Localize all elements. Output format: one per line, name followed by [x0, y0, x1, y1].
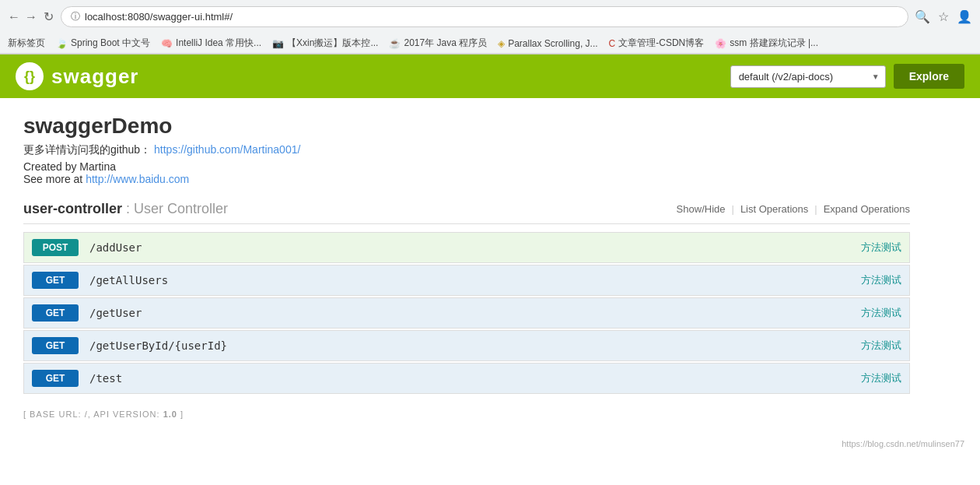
- api-note[interactable]: 方法测试: [861, 339, 901, 353]
- api-row[interactable]: GET/getUser方法测试: [23, 297, 910, 329]
- api-path: /addUser: [89, 241, 861, 254]
- swagger-logo: {} swagger: [16, 62, 139, 90]
- lock-icon: ⓘ: [71, 10, 80, 23]
- csdn-icon: C: [609, 38, 616, 49]
- bookmark-ssm[interactable]: 🌸 ssm 搭建踩坑记录 |...: [715, 37, 818, 50]
- bookmarks-bar: 新标签页 🍃 Spring Boot 中文号 🧠 IntelliJ Idea 常…: [0, 33, 980, 54]
- method-badge: POST: [32, 239, 79, 256]
- api-note[interactable]: 方法测试: [861, 306, 901, 320]
- base-url-label: [ BASE URL: /,: [23, 409, 91, 419]
- logo-symbol: {}: [24, 69, 35, 85]
- zoom-icon[interactable]: 🔍: [915, 9, 930, 24]
- bookmark-xxin-label: 【Xxin搬运】版本控...: [287, 37, 378, 50]
- site-link[interactable]: https://blog.csdn.net/mulinsen77: [842, 439, 964, 448]
- swagger-header-right: default (/v2/api-docs) Explore: [730, 64, 964, 89]
- java-icon: ☕: [389, 38, 401, 49]
- controller-separator: :: [126, 201, 134, 216]
- api-row[interactable]: GET/getUserById/{userId}方法测试: [23, 330, 910, 361]
- intellij-icon: 🧠: [161, 38, 173, 49]
- expand-operations-link[interactable]: Expand Operations: [824, 203, 910, 215]
- footer-info: [ BASE URL: /, API VERSION: 1.0 ]: [23, 409, 910, 419]
- bookmark-parallax-label: Parallax Scrolling, J...: [508, 38, 597, 49]
- api-row[interactable]: GET/getAllUsers方法测试: [23, 265, 910, 296]
- method-badge: GET: [32, 370, 79, 387]
- bookmark-intellij-label: IntelliJ Idea 常用快...: [176, 37, 261, 50]
- api-version-value: 1.0: [163, 409, 177, 419]
- created-by: Created by Martina: [23, 160, 116, 173]
- main-content: swaggerDemo 更多详情访问我的github： https://gith…: [0, 98, 933, 434]
- show-hide-link[interactable]: Show/Hide: [677, 203, 726, 215]
- footer-closing: ]: [180, 409, 184, 419]
- bookmark-java-label: 2017年 Java 程序员: [404, 37, 487, 50]
- baidu-link[interactable]: http://www.baidu.com: [86, 173, 189, 185]
- parallax-icon: ◈: [498, 38, 505, 49]
- method-badge: GET: [32, 272, 79, 289]
- separator-1: |: [731, 203, 733, 215]
- see-more-prefix: See more at: [23, 173, 86, 185]
- separator-2: |: [814, 203, 817, 215]
- bookmark-csdn[interactable]: C 文章管理-CSDN博客: [609, 37, 705, 50]
- bookmark-java[interactable]: ☕ 2017年 Java 程序员: [389, 37, 487, 50]
- bookmark-intellij[interactable]: 🧠 IntelliJ Idea 常用快...: [161, 37, 261, 50]
- url-text: localhost:8080/swagger-ui.html#/: [85, 11, 233, 23]
- controller-actions: Show/Hide | List Operations | Expand Ope…: [677, 203, 910, 215]
- app-description-2: Created by Martina See more at http://ww…: [23, 160, 910, 185]
- api-path: /getUser: [89, 307, 861, 319]
- api-version-label: API VERSION:: [93, 409, 159, 419]
- swagger-header: {} swagger default (/v2/api-docs) Explor…: [0, 54, 980, 98]
- back-button[interactable]: ←: [8, 11, 20, 23]
- explore-button[interactable]: Explore: [894, 64, 964, 89]
- desc-prefix: 更多详情访问我的github：: [23, 143, 151, 156]
- bookmark-new-tab[interactable]: 新标签页: [8, 37, 45, 50]
- github-link[interactable]: https://github.com/Martina001/: [154, 143, 300, 156]
- method-badge: GET: [32, 304, 79, 322]
- bookmark-spring[interactable]: 🍃 Spring Boot 中文号: [56, 37, 150, 50]
- api-row[interactable]: GET/test方法测试: [23, 363, 910, 394]
- controller-header: user-controller : User Controller Show/H…: [23, 201, 910, 224]
- ssm-icon: 🌸: [715, 38, 726, 49]
- bookmark-ssm-label: ssm 搭建踩坑记录 |...: [730, 37, 818, 50]
- api-select-wrapper[interactable]: default (/v2/api-docs): [730, 65, 886, 88]
- bookmark-parallax[interactable]: ◈ Parallax Scrolling, J...: [498, 38, 597, 49]
- api-list: POST/addUser方法测试GET/getAllUsers方法测试GET/g…: [23, 232, 910, 394]
- app-title: swaggerDemo: [23, 114, 910, 139]
- api-path: /getUserById/{userId}: [89, 339, 861, 352]
- address-bar[interactable]: ⓘ localhost:8080/swagger-ui.html#/: [61, 6, 908, 27]
- bookmark-xxin[interactable]: 📷 【Xxin搬运】版本控...: [272, 37, 378, 50]
- api-note[interactable]: 方法测试: [861, 371, 901, 385]
- footer-bottom: https://blog.csdn.net/mulinsen77: [0, 434, 980, 453]
- bookmark-new-tab-label: 新标签页: [8, 37, 45, 50]
- api-note[interactable]: 方法测试: [861, 273, 901, 287]
- xxin-icon: 📷: [272, 38, 284, 49]
- swagger-logo-icon: {}: [16, 62, 44, 90]
- api-select[interactable]: default (/v2/api-docs): [730, 65, 886, 88]
- swagger-brand: swagger: [51, 65, 139, 89]
- app-description: 更多详情访问我的github： https://github.com/Marti…: [23, 143, 910, 157]
- controller-name: user-controller: [23, 201, 122, 216]
- api-row[interactable]: POST/addUser方法测试: [23, 232, 910, 263]
- bookmark-spring-label: Spring Boot 中文号: [71, 37, 150, 50]
- account-icon[interactable]: 👤: [957, 9, 972, 24]
- list-operations-link[interactable]: List Operations: [740, 203, 808, 215]
- bookmark-csdn-label: 文章管理-CSDN博客: [618, 37, 704, 50]
- spring-icon: 🍃: [56, 38, 68, 49]
- method-badge: GET: [32, 337, 79, 354]
- api-path: /test: [89, 372, 861, 385]
- forward-button[interactable]: →: [25, 11, 37, 23]
- api-note[interactable]: 方法测试: [861, 241, 901, 255]
- reload-button[interactable]: ↻: [42, 11, 54, 23]
- star-icon[interactable]: ☆: [938, 9, 949, 24]
- controller-description: User Controller: [134, 201, 228, 216]
- api-path: /getAllUsers: [89, 274, 861, 286]
- controller-title: user-controller : User Controller: [23, 201, 228, 217]
